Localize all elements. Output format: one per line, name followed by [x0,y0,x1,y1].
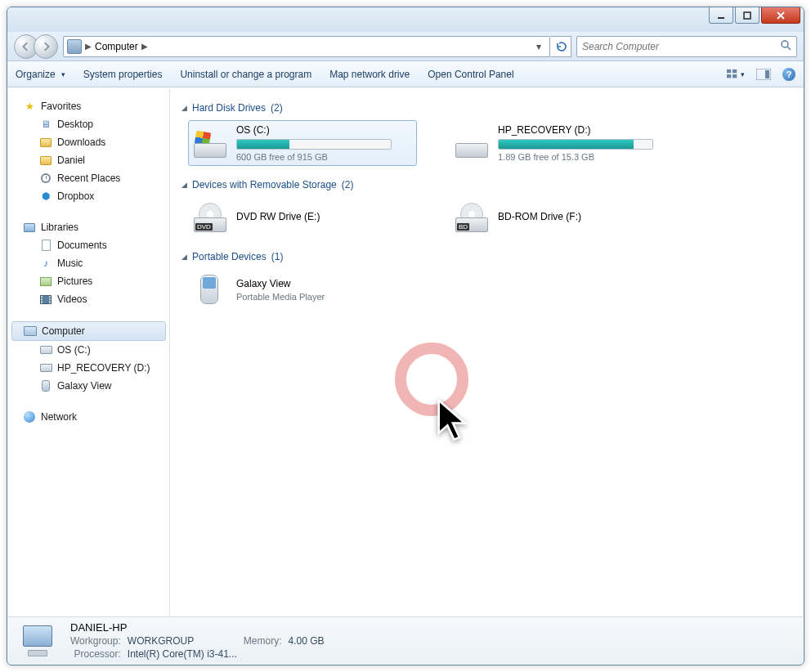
section-portable-header[interactable]: ◢ Portable Devices (1) [181,251,791,262]
capacity-bar [236,139,392,150]
drive-dvd-e[interactable]: DVD DVD RW Drive (E:) [188,197,417,238]
maximize-button[interactable] [735,7,759,24]
processor-value: Intel(R) Core(TM) i3-41... [128,648,237,660]
section-removable-header[interactable]: ◢ Devices with Removable Storage (2) [181,179,791,190]
close-button[interactable] [761,7,800,24]
device-galaxy-view[interactable]: Galaxy View Portable Media Player [188,269,417,310]
content-pane: ◢ Hard Disk Drives (2) OS (C:) 600 GB fr… [170,89,803,616]
drive-os-c[interactable]: OS (C:) 600 GB free of 915 GB [188,120,417,166]
drive-hp-recovery[interactable]: HP_RECOVERY (D:) 1.89 GB free of 15.3 GB [450,120,679,166]
drive-icon [39,361,52,374]
svg-rect-6 [733,74,737,78]
media-player-icon [192,273,228,306]
workgroup-label: Workgroup: [70,635,121,647]
libraries-label: Libraries [41,222,78,233]
libraries-icon [23,221,36,234]
help-icon[interactable]: ? [782,68,795,81]
sidebar-item-pictures[interactable]: Pictures [11,272,166,290]
details-pane: DANIEL-HP Workgroup: WORKGROUP Memory: 4… [8,616,803,664]
hdd-icon [454,127,490,159]
svg-rect-3 [727,69,731,72]
organize-menu[interactable]: Organize [16,69,65,80]
folder-icon [39,154,52,167]
section-hdd-header[interactable]: ◢ Hard Disk Drives (2) [181,102,791,114]
collapse-icon[interactable]: ◢ [181,181,187,189]
sidebar-item-downloads[interactable]: Downloads [11,133,166,151]
favorites-group[interactable]: ★ Favorites [11,97,166,115]
bd-drive-icon: BD [454,201,490,234]
search-input[interactable] [582,41,780,52]
sidebar-item-os-c[interactable]: OS (C:) [11,341,166,359]
svg-rect-4 [733,69,737,72]
memory-value: 4.00 GB [289,635,325,647]
collapse-icon[interactable]: ◢ [181,104,187,112]
titlebar [7,7,804,32]
drive-bd-f[interactable]: BD BD-ROM Drive (F:) [450,197,679,238]
capacity-bar [498,139,653,150]
desktop-icon: 🖥 [39,118,52,131]
breadcrumb-sep-icon: ▶ [85,42,92,51]
sidebar-item-daniel[interactable]: Daniel [11,151,166,169]
pictures-icon [39,275,52,288]
computer-icon [24,325,37,338]
memory-label: Memory: [244,635,282,647]
minimize-button[interactable] [709,7,733,24]
sidebar-item-recent-places[interactable]: Recent Places [11,169,166,187]
svg-rect-1 [744,12,751,19]
device-icon [39,379,52,392]
svg-rect-8 [765,70,769,78]
svg-point-2 [782,41,788,47]
forward-button[interactable] [34,34,58,59]
dropbox-icon: ⬢ [39,190,52,203]
sidebar-item-videos[interactable]: Videos [11,290,166,308]
navigation-tree: ★ Favorites 🖥Desktop Downloads Daniel Re… [8,89,170,616]
search-icon[interactable] [780,39,791,53]
address-dropdown[interactable]: ▾ [531,41,546,52]
preview-pane-button[interactable] [755,67,773,82]
map-network-drive-button[interactable]: Map network drive [329,69,410,80]
collapse-icon[interactable]: ◢ [181,253,187,261]
sidebar-item-dropbox[interactable]: ⬢Dropbox [11,187,166,205]
star-icon: ★ [23,100,36,113]
uninstall-program-button[interactable]: Uninstall or change a program [180,69,311,80]
network-group[interactable]: Network [11,408,166,426]
processor-label: Processor: [70,648,121,660]
network-label: Network [41,411,77,423]
cursor-highlight-ring [395,343,468,416]
libraries-group[interactable]: Libraries [11,218,166,236]
network-icon [23,410,36,423]
computer-icon [67,39,82,54]
refresh-button[interactable] [550,36,571,57]
videos-icon [39,293,52,306]
music-icon: ♪ [39,257,52,270]
open-control-panel-button[interactable]: Open Control Panel [428,69,513,80]
recent-icon [39,172,52,185]
address-bar[interactable]: ▶ Computer ▶ ▾ [63,36,550,57]
sidebar-item-documents[interactable]: Documents [11,236,166,254]
svg-rect-0 [718,17,724,19]
command-toolbar: Organize System properties Uninstall or … [7,61,804,87]
hdd-icon [192,127,228,159]
computer-group[interactable]: Computer [11,321,166,341]
search-box[interactable] [576,36,797,57]
workgroup-value: WORKGROUP [128,635,237,647]
computer-label: Computer [42,325,85,337]
breadcrumb-sep-icon[interactable]: ▶ [141,42,148,51]
computer-large-icon [20,624,59,658]
sidebar-item-music[interactable]: ♪Music [11,254,166,272]
favorites-label: Favorites [41,101,81,112]
document-icon [39,239,52,252]
sidebar-item-hp-recovery[interactable]: HP_RECOVERY (D:) [11,359,166,377]
system-properties-button[interactable]: System properties [83,69,163,80]
cursor-icon [436,398,470,446]
breadcrumb-computer[interactable]: Computer [95,41,138,52]
sidebar-item-desktop[interactable]: 🖥Desktop [11,115,166,133]
navigation-bar: ▶ Computer ▶ ▾ [7,32,804,61]
svg-rect-5 [727,74,731,78]
explorer-window: ▶ Computer ▶ ▾ Organize System propertie… [7,7,804,665]
folder-icon [39,136,52,149]
details-computer-name: DANIEL-HP [70,621,237,634]
dvd-drive-icon: DVD [192,201,228,234]
sidebar-item-galaxy-view[interactable]: Galaxy View [11,377,166,395]
view-options-button[interactable] [727,67,745,82]
